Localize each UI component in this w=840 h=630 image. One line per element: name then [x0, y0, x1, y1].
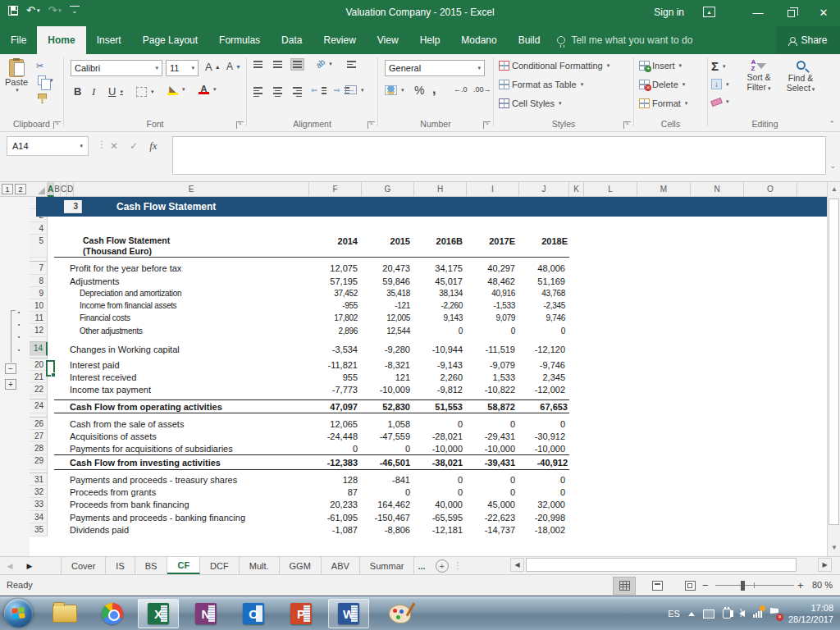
- cell-value[interactable]: 0: [467, 486, 519, 498]
- row-label[interactable]: Adjustments: [48, 275, 309, 287]
- year-header-2015[interactable]: 2015: [362, 235, 414, 258]
- cell-value[interactable]: -12,002: [519, 383, 569, 395]
- row-label[interactable]: Depreciation and amortization: [48, 287, 309, 299]
- cell-value[interactable]: -2,260: [414, 299, 467, 312]
- column-header-O[interactable]: O: [744, 182, 797, 197]
- row-label[interactable]: Acquisitions of assets: [48, 430, 309, 442]
- cell-value[interactable]: -121: [362, 299, 414, 312]
- copy-button[interactable]: ▾: [38, 75, 53, 85]
- align-center-button[interactable]: [272, 85, 284, 98]
- sheet-tab-cf[interactable]: CF: [167, 557, 200, 574]
- cell-value[interactable]: 164,462: [362, 498, 414, 511]
- cell-value[interactable]: 12,075: [309, 262, 362, 275]
- styles-dialog-launcher[interactable]: [623, 121, 631, 129]
- column-header-K[interactable]: K: [569, 182, 584, 197]
- align-left-button[interactable]: [252, 85, 264, 98]
- cell-value[interactable]: 38,134: [414, 287, 467, 299]
- cell-value[interactable]: 20,473: [362, 262, 414, 275]
- cell-value[interactable]: -955: [309, 299, 362, 312]
- cell-value[interactable]: 9,143: [414, 312, 467, 324]
- cell-value[interactable]: 955: [309, 371, 362, 383]
- cell-value[interactable]: 34,175: [414, 262, 467, 275]
- cell-value[interactable]: 58,872: [467, 399, 519, 413]
- row-label[interactable]: Financial costs: [48, 312, 309, 324]
- taskbar-paint-button[interactable]: [379, 599, 420, 628]
- ribbon-tab-home[interactable]: Home: [37, 26, 85, 54]
- decrease-decimal-button[interactable]: .00→: [473, 85, 491, 94]
- cell-value[interactable]: -12,383: [309, 454, 362, 470]
- sheet-tab-dcf[interactable]: DCF: [200, 557, 240, 574]
- column-header-J[interactable]: J: [519, 182, 569, 197]
- cell-value[interactable]: 1,058: [362, 418, 414, 430]
- cell-value[interactable]: -11,519: [467, 342, 519, 356]
- fill-color-button[interactable]: ◣▾: [167, 84, 185, 95]
- row-header-31[interactable]: 31: [30, 473, 48, 486]
- outline-level-2-button[interactable]: 2: [15, 184, 26, 194]
- cell-value[interactable]: 43,768: [519, 287, 569, 299]
- cell-value[interactable]: 47,097: [309, 399, 362, 413]
- cell-value[interactable]: 0: [467, 418, 519, 430]
- ribbon-tab-build[interactable]: Build: [508, 26, 551, 54]
- row-label[interactable]: Cash Flow from investing activities: [48, 454, 309, 470]
- autosum-button[interactable]: Σ▾: [711, 59, 726, 73]
- column-header-E[interactable]: E: [74, 182, 309, 197]
- cell-value[interactable]: 121: [362, 371, 414, 383]
- merge-center-button[interactable]: ↔▾: [345, 85, 364, 94]
- clear-button[interactable]: ▾: [711, 98, 729, 105]
- row-header-33[interactable]: 33: [30, 498, 48, 511]
- cell-value[interactable]: -7,773: [309, 383, 362, 395]
- row-label[interactable]: Interest received: [48, 371, 309, 383]
- cell-value[interactable]: 2,896: [309, 324, 362, 337]
- cell-value[interactable]: 32,000: [519, 498, 569, 511]
- zoom-out-button[interactable]: −: [702, 579, 709, 591]
- new-sheet-button[interactable]: +: [436, 559, 449, 573]
- cell-value[interactable]: -11,821: [309, 358, 362, 371]
- cell-value[interactable]: -65,595: [414, 511, 467, 523]
- row-header-14[interactable]: 14: [30, 342, 48, 356]
- year-header-2017E[interactable]: 2017E: [467, 235, 519, 258]
- normal-view-button[interactable]: [614, 578, 635, 594]
- cell-value[interactable]: 0: [519, 486, 569, 498]
- cell-value[interactable]: -30,912: [519, 430, 569, 442]
- wrap-text-button[interactable]: [345, 59, 358, 70]
- row-label[interactable]: Cash Flow from operating activities: [48, 399, 309, 413]
- font-size-combo[interactable]: 11▾: [166, 60, 199, 76]
- cell-value[interactable]: -47,559: [362, 430, 414, 442]
- row-label[interactable]: Income from financial assets: [48, 299, 309, 312]
- horizontal-scroll-thumb[interactable]: [526, 558, 797, 572]
- sheet-tab-mult[interactable]: Mult.: [240, 557, 280, 574]
- fill-button[interactable]: ↓▾: [711, 79, 729, 89]
- cell-value[interactable]: -38,021: [414, 454, 467, 470]
- row-header-20[interactable]: 20: [30, 358, 48, 371]
- borders-button[interactable]: ▾: [136, 87, 154, 97]
- row-label[interactable]: Payments and proceeds - banking financin…: [48, 511, 309, 523]
- ribbon-tab-file[interactable]: File: [0, 26, 37, 54]
- cell-value[interactable]: 0: [519, 418, 569, 430]
- cell-value[interactable]: 0: [362, 486, 414, 498]
- column-header-F[interactable]: F: [309, 182, 362, 197]
- cell-value[interactable]: 12,544: [362, 324, 414, 337]
- cell-value[interactable]: -10,944: [414, 342, 467, 356]
- cut-button[interactable]: ✂: [36, 61, 43, 71]
- column-header-L[interactable]: L: [584, 182, 637, 197]
- row-label[interactable]: Proceeds from bank financing: [48, 498, 309, 511]
- row-header-8[interactable]: 8: [30, 275, 48, 287]
- cell-value[interactable]: -10,822: [467, 383, 519, 395]
- cell-value[interactable]: 128: [309, 473, 362, 486]
- number-dialog-launcher[interactable]: [483, 121, 491, 129]
- cell-value[interactable]: 67,653: [519, 399, 572, 413]
- close-button[interactable]: ✕: [807, 0, 840, 26]
- table-title[interactable]: Cash Flow Statement(Thousand Euro): [48, 235, 309, 258]
- increase-decimal-button[interactable]: ←.0: [454, 85, 468, 94]
- ribbon-tab-data[interactable]: Data: [271, 26, 313, 54]
- row-header-11[interactable]: 11: [30, 312, 48, 324]
- row-header-35[interactable]: 35: [30, 523, 48, 536]
- row-header-7[interactable]: 7: [30, 262, 48, 275]
- column-header-I[interactable]: I: [467, 182, 519, 197]
- bottom-align-button[interactable]: [291, 59, 304, 70]
- expand-formula-bar-button[interactable]: ⌄: [829, 162, 836, 170]
- decrease-indent-button[interactable]: ⇦: [311, 85, 328, 96]
- ribbon-tab-modano[interactable]: Modano: [450, 26, 507, 54]
- row-label[interactable]: Profit for the year before tax: [48, 262, 309, 275]
- font-dialog-launcher[interactable]: [236, 121, 244, 129]
